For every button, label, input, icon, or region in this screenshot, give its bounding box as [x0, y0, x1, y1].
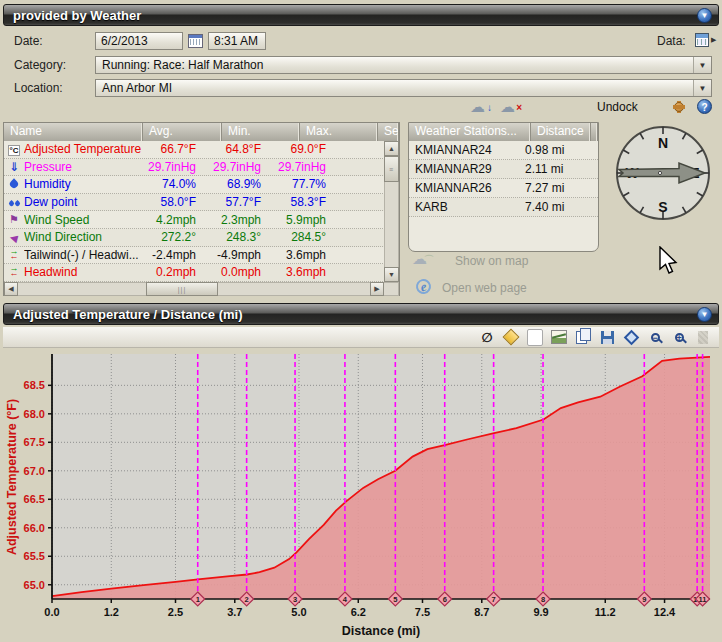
date-input[interactable]	[95, 32, 183, 50]
undock-button[interactable]: Undock	[597, 100, 638, 114]
save-icon[interactable]	[599, 329, 615, 345]
metric-name: Adjusted Temperature	[24, 142, 143, 156]
svg-text:7: 7	[492, 595, 496, 604]
table-row[interactable]: Dew point58.0°F57.7°F58.3°F	[4, 194, 399, 212]
metric-avg: 0.2mph	[143, 265, 209, 279]
wind-speed-icon: ⚑	[4, 213, 24, 226]
help-icon[interactable]: ?	[697, 99, 712, 114]
station-name: KMIANNAR24	[409, 143, 525, 157]
station-name: KARB	[409, 200, 525, 214]
chevron-down-icon[interactable]: ▼	[693, 57, 711, 73]
pressure-icon: ⇓	[4, 160, 24, 174]
metrics-vscrollbar[interactable]: ▲ ≡ ▼	[384, 141, 399, 282]
column-header[interactable]: Weather Stations...	[409, 123, 531, 141]
column-header[interactable]: Distance	[531, 123, 591, 141]
station-row[interactable]: KMIANNAR240.98 mi	[409, 141, 598, 160]
table-row[interactable]: Humidity74.0%68.9%77.7%	[4, 176, 399, 194]
metric-max: 284.5°	[274, 230, 339, 244]
metric-min: 2.3mph	[209, 213, 274, 227]
panel-header: provided by Weather ▼	[3, 4, 719, 26]
chevron-down-icon[interactable]: ▼	[697, 8, 712, 23]
station-row[interactable]: KMIANNAR292.11 mi	[409, 160, 598, 179]
column-header[interactable]: Sel	[378, 123, 399, 141]
time-input[interactable]	[208, 32, 266, 50]
station-distance: 7.27 mi	[525, 181, 585, 195]
table-row[interactable]: ⚑Wind Speed4.2mph2.3mph5.9mph	[4, 211, 399, 229]
column-header[interactable]: Max.	[300, 123, 378, 141]
svg-text:0.0: 0.0	[44, 606, 59, 618]
data-source-icon[interactable]	[695, 33, 709, 47]
metric-avg: 4.2mph	[143, 213, 209, 227]
y-axis-title: Adjusted Temperature (°F)	[5, 399, 19, 555]
metric-min: 0.0mph	[209, 265, 274, 279]
humidity-icon	[4, 178, 24, 190]
weather-download-icon[interactable]: ☁↓	[470, 99, 490, 114]
weather-clear-icon[interactable]: ☁×	[500, 99, 520, 114]
station-row[interactable]: KMIANNAR267.27 mi	[409, 179, 598, 198]
category-value: Running: Race: Half Marathon	[96, 58, 693, 72]
scroll-thumb[interactable]: |||	[146, 282, 218, 296]
svg-text:5: 5	[393, 595, 397, 604]
category-dropdown[interactable]: Running: Race: Half Marathon ▼	[95, 56, 712, 74]
table-row[interactable]: °CAdjusted Temperature66.7°F64.8°F69.0°F	[4, 141, 399, 159]
column-header[interactable]	[591, 123, 598, 141]
metric-min: 57.7°F	[209, 195, 274, 209]
metric-min: 248.3°	[209, 230, 274, 244]
column-header[interactable]: Min.	[222, 123, 300, 141]
svg-text:6: 6	[443, 595, 447, 604]
table-row[interactable]: ◀Wind Direction272.2°248.3°284.5°	[4, 229, 399, 247]
zoom-in-icon[interactable]: +	[671, 329, 687, 345]
svg-text:N: N	[658, 135, 668, 151]
column-header[interactable]: Name	[4, 123, 143, 141]
chart-style-icon[interactable]	[551, 329, 567, 345]
show-on-map-button[interactable]: Show on map	[455, 254, 528, 268]
station-row[interactable]: KARB7.40 mi	[409, 198, 598, 217]
gear-icon[interactable]	[672, 100, 686, 114]
data-label: Data:	[657, 34, 686, 48]
map-icon[interactable]: ☁⌒	[412, 251, 432, 266]
table-row[interactable]: →←Headwind0.2mph0.0mph3.6mph	[4, 264, 399, 282]
calendar-icon[interactable]	[188, 34, 203, 48]
metric-name: Pressure	[24, 160, 143, 174]
headwind-icon: →←	[4, 266, 24, 278]
scroll-down-icon[interactable]: ▼	[384, 267, 399, 282]
copy-icon[interactable]	[575, 329, 591, 345]
weather-panel: provided by Weather ▼ Date: Data: ▶ Cate…	[0, 0, 722, 642]
data-flyout-arrow-icon[interactable]: ▶	[711, 36, 716, 44]
metric-avg: 29.7inHg	[143, 160, 209, 174]
temperature-chart[interactable]: 65.065.566.066.567.067.568.068.50.01.22.…	[2, 349, 720, 640]
svg-text:S: S	[658, 199, 667, 215]
table-row[interactable]: →←Tailwind(-) / Headwi...-2.4mph-4.9mph3…	[4, 247, 399, 265]
chevron-down-icon[interactable]: ▼	[697, 307, 712, 322]
location-dropdown[interactable]: Ann Arbor MI ▼	[95, 79, 712, 97]
fit-chart-icon[interactable]	[623, 329, 639, 345]
open-web-page-button[interactable]: Open web page	[442, 281, 527, 295]
svg-text:67.0: 67.0	[24, 465, 45, 477]
svg-text:6.2: 6.2	[351, 606, 366, 618]
color-swatch-icon[interactable]	[527, 329, 543, 345]
wind-direction-icon: ◀	[4, 231, 24, 243]
browser-icon[interactable]: e	[415, 278, 433, 296]
scroll-left-icon[interactable]: ◀	[4, 282, 18, 296]
zoom-out-icon[interactable]: −	[647, 329, 663, 345]
location-value: Ann Arbor MI	[96, 81, 693, 95]
pace-overlay-icon[interactable]	[695, 329, 711, 345]
scroll-up-icon[interactable]: ▲	[384, 141, 399, 156]
svg-text:8.7: 8.7	[474, 606, 489, 618]
svg-text:5.0: 5.0	[291, 606, 306, 618]
scroll-right-icon[interactable]: ▶	[370, 282, 384, 296]
chevron-down-icon[interactable]: ▼	[693, 80, 711, 96]
column-header[interactable]: Avg.	[143, 123, 222, 141]
null-marker-icon[interactable]: ∅	[479, 329, 495, 345]
stations-table-header: Weather Stations...Distance	[409, 123, 598, 141]
station-name: KMIANNAR26	[409, 181, 525, 195]
svg-text:65.5: 65.5	[24, 550, 45, 562]
category-label: Category:	[14, 58, 66, 72]
diamond-marker-icon[interactable]	[503, 329, 519, 345]
tailwind-icon: →←	[4, 249, 24, 261]
panel-title: provided by Weather	[4, 8, 697, 23]
dew-point-icon	[4, 196, 24, 208]
scroll-thumb[interactable]: ≡	[384, 156, 399, 182]
metrics-hscrollbar[interactable]: ◀ ||| ▶	[4, 282, 399, 296]
table-row[interactable]: ⇓Pressure29.7inHg29.7inHg29.7inHg	[4, 159, 399, 177]
